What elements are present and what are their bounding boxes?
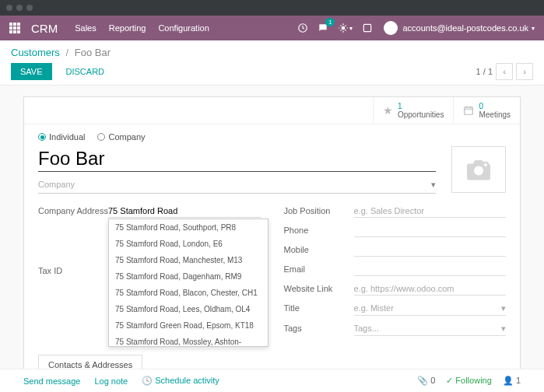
paperclip-icon: 📎 xyxy=(417,376,428,385)
address-dropdown: 75 Stamford Road, Southport, PR8 75 Stam… xyxy=(108,219,268,347)
address-option[interactable]: 75 Stamford Road, Mossley, Ashton-under-… xyxy=(109,334,268,347)
main-navbar: CRM Sales Reporting Configuration 1 ▾ ac… xyxy=(0,16,544,40)
star-icon: ★ xyxy=(383,104,393,117)
pager-prev[interactable]: ‹ xyxy=(496,63,513,80)
tags-select[interactable]: Tags...▾ xyxy=(354,322,507,336)
stat-meetings[interactable]: 0Meetings xyxy=(453,97,520,124)
nav-reporting[interactable]: Reporting xyxy=(109,23,146,33)
window-dot xyxy=(6,5,12,11)
address-option[interactable]: 75 Stamford Road, Lees, Oldham, OL4 xyxy=(109,301,268,317)
label-email: Email xyxy=(284,263,354,276)
title-select[interactable]: e.g. Mister▾ xyxy=(354,302,507,316)
address-option[interactable]: 75 Stamford Road, Southport, PR8 xyxy=(109,219,268,236)
debug-icon[interactable]: ▾ xyxy=(338,23,353,33)
avatar xyxy=(384,21,398,35)
label-address: Company Address xyxy=(38,205,108,218)
followers-count[interactable]: 👤 1 xyxy=(503,376,521,386)
log-note-link[interactable]: Log note xyxy=(94,376,128,386)
radio-individual[interactable]: Individual xyxy=(38,132,85,142)
svg-rect-3 xyxy=(465,107,473,114)
label-tags: Tags xyxy=(284,322,354,336)
address-option[interactable]: 75 Stamford Green Road, Epsom, KT18 xyxy=(109,317,268,334)
label-job: Job Position xyxy=(284,205,354,218)
tab-contacts[interactable]: Contacts & Addresses xyxy=(38,355,142,369)
breadcrumb-current: Foo Bar xyxy=(75,47,111,58)
clock-icon: 🕓 xyxy=(142,376,155,385)
apps-icon[interactable] xyxy=(9,23,20,33)
window-dot xyxy=(16,5,23,11)
chat-icon[interactable]: 1 xyxy=(318,23,328,33)
window-titlebar xyxy=(0,0,544,16)
label-tax: Tax ID xyxy=(38,264,108,278)
pager-text: 1 / 1 xyxy=(476,67,493,76)
address-option[interactable]: 75 Stamford Road, London, E6 xyxy=(109,236,268,252)
svg-point-4 xyxy=(474,166,483,176)
mobile-input[interactable] xyxy=(354,243,507,257)
pager-next[interactable]: › xyxy=(516,63,533,80)
stat-opportunities[interactable]: ★ 1Opportunities xyxy=(373,97,453,124)
following-toggle[interactable]: ✓ Following xyxy=(446,376,492,386)
clock-icon[interactable] xyxy=(297,23,308,33)
breadcrumb: Customers / Foo Bar xyxy=(11,47,533,58)
radio-company[interactable]: Company xyxy=(97,132,145,142)
label-web: Website Link xyxy=(284,282,354,296)
app-brand[interactable]: CRM xyxy=(31,22,58,35)
form-sheet: ★ 1Opportunities 0Meetings Individual Co… xyxy=(23,96,521,369)
toolbar: Customers / Foo Bar SAVE DISCARD 1 / 1 ‹… xyxy=(0,40,544,86)
svg-point-1 xyxy=(342,26,346,30)
save-button[interactable]: SAVE xyxy=(11,63,52,80)
svg-rect-2 xyxy=(364,24,371,31)
calendar-icon xyxy=(463,105,474,116)
breadcrumb-root[interactable]: Customers xyxy=(11,47,60,58)
address-option[interactable]: 75 Stamford Road, Dagenham, RM9 xyxy=(109,268,268,285)
address-option[interactable]: 75 Stamford Road, Manchester, M13 xyxy=(109,252,268,268)
web-input[interactable]: e.g. https://www.odoo.com xyxy=(354,282,507,296)
label-mobile: Mobile xyxy=(284,243,354,257)
label-phone: Phone xyxy=(284,224,354,237)
email-input[interactable] xyxy=(354,263,507,276)
send-message-link[interactable]: Send message xyxy=(23,376,80,386)
discard-button[interactable]: DISCARD xyxy=(57,63,114,80)
user-menu[interactable]: accounts@ideal-postcodes.co.uk ▾ xyxy=(384,21,535,35)
image-upload[interactable] xyxy=(451,146,506,193)
label-title: Title xyxy=(284,302,354,316)
window-dot xyxy=(26,5,33,11)
schedule-activity-link[interactable]: 🕓 Schedule activity xyxy=(142,376,219,386)
chatter-footer: Send message Log note 🕓 Schedule activit… xyxy=(0,369,544,392)
tray-icon[interactable] xyxy=(362,23,373,33)
chat-badge: 1 xyxy=(325,18,335,26)
address-option[interactable]: 75 Stamford Road, Blacon, Chester, CH1 xyxy=(109,285,268,301)
user-email: accounts@ideal-postcodes.co.uk xyxy=(402,23,528,33)
phone-input[interactable] xyxy=(354,224,507,237)
job-input[interactable]: e.g. Sales Director xyxy=(354,205,507,218)
nav-configuration[interactable]: Configuration xyxy=(158,23,209,33)
attachment-count[interactable]: 📎 0 xyxy=(417,376,435,386)
company-select[interactable]: Company▾ xyxy=(38,177,436,194)
name-input[interactable] xyxy=(38,146,436,172)
nav-sales[interactable]: Sales xyxy=(75,23,97,33)
address-input[interactable] xyxy=(108,205,261,218)
